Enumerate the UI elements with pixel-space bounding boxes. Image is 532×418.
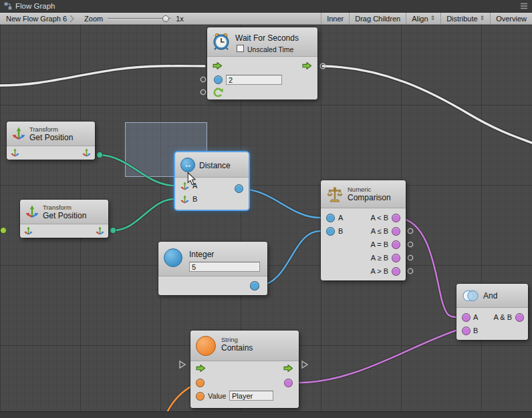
zoom-value: 1x [176,15,184,23]
contains-value-input[interactable] [229,391,273,401]
distance-port-b-label: B [192,196,197,203]
overview-button-label: Overview [496,15,527,23]
and-output-label: A & B [485,314,512,321]
node-integer[interactable]: Integer [158,242,267,295]
comparison-lte-ring[interactable] [408,228,412,233]
position-output-port-icon[interactable] [82,148,91,157]
overview-button[interactable]: Overview [490,13,532,24]
comparison-gt-ring[interactable] [408,268,412,273]
wire-position-b[interactable] [113,199,175,230]
wire-position-a[interactable] [100,155,175,186]
distribute-button[interactable]: Distribute ⇕ [440,13,490,24]
node-numeric-comparison[interactable]: Numeric Comparison A B A < B A ≤ B A = B… [321,180,406,280]
integer-title: Integer [189,250,214,258]
repeat-loop-port-icon[interactable] [213,87,223,98]
wire-flow-out[interactable] [323,66,532,143]
contains-flow-in-triangle[interactable] [180,361,185,368]
vector-b-port-icon[interactable] [180,195,189,204]
graph-canvas[interactable]: Wait For Seconds Unscaled Time Transform… [0,25,532,411]
wait-node-title: Wait For Seconds [235,34,299,42]
node-get-position-b[interactable]: Transform Get Position [20,200,108,238]
node-distance[interactable]: Distance A B [175,152,249,210]
comparison-b-label: B [338,228,343,235]
contains-value-label: Value [208,393,226,400]
string-icon [196,336,216,356]
node-string-contains[interactable]: String Contains Value [190,331,299,408]
position-a-output-dot[interactable] [97,152,103,158]
self-input-port-icon[interactable] [24,226,33,235]
out-less-equal-port[interactable] [392,227,400,236]
comparison-input-a-port[interactable] [326,214,335,222]
seconds-input-port[interactable] [214,75,223,84]
zoom-slider[interactable] [108,14,171,23]
window-bottom-edge [0,411,532,418]
out-greater-equal-label: A ≥ B [354,254,388,262]
contains-input-a-port[interactable] [196,379,205,387]
unscaled-time-checkbox[interactable] [237,45,244,52]
wait-loop-port-ring[interactable] [201,89,205,94]
drag-children-button[interactable]: Drag Children [349,13,406,24]
out-greater-port[interactable] [392,267,400,276]
and-b-label: B [473,327,478,335]
edge-port-dot[interactable] [1,228,7,234]
get-position-b-title: Get Position [43,212,86,220]
integer-output-port[interactable] [250,281,259,290]
wire-less-to-and-a-under [398,218,456,317]
and-input-b-port[interactable] [462,327,471,335]
node-and[interactable]: And A A & B B [456,284,528,340]
toolbar-left-group: New Flow Graph 6 Zoom 1x [0,14,184,23]
breadcrumb[interactable]: New Flow Graph 6 [3,15,70,23]
position-b-output-dot[interactable] [110,228,116,234]
zoom-label: Zoom [84,15,103,23]
out-greater-equal-port[interactable] [392,254,400,262]
wire-contains-to-and-b-under [293,331,456,383]
position-output-port-icon[interactable] [96,226,104,235]
seconds-input[interactable] [226,75,282,85]
contains-category: String [221,337,238,343]
zoom-slider-knob[interactable] [162,15,169,22]
breadcrumb-chevron-icon [70,14,75,23]
get-position-a-category: Transform [29,126,58,133]
wait-seconds-port-ring[interactable] [201,77,205,81]
and-title: And [483,292,497,300]
transform-icon [12,127,25,140]
flow-output-port-icon[interactable] [302,61,312,70]
zoom-slider-track[interactable] [108,18,171,19]
wire-contains-to-and-b[interactable] [293,331,456,383]
distribute-button-label: Distribute [446,15,477,23]
flow-input-port-icon[interactable] [213,61,223,70]
comparison-eq-ring[interactable] [408,242,412,246]
comparison-gte-ring[interactable] [408,255,412,260]
flow-graph-icon [4,2,12,10]
wire-flow-in-under [0,66,205,85]
and-output-port[interactable] [515,313,524,322]
self-input-port-icon[interactable] [11,148,19,157]
contains-flow-out-triangle[interactable] [302,361,307,368]
contains-result-port[interactable] [284,379,293,387]
graph-toolbar: New Flow Graph 6 Zoom 1x Inner Drag Chil… [0,13,532,25]
flow-output-port-icon[interactable] [283,364,293,373]
integer-value-input[interactable] [189,262,260,272]
window-menu-icon[interactable] [520,3,528,9]
integer-icon [164,248,182,267]
out-less-label: A < B [354,214,388,222]
inner-button[interactable]: Inner [321,13,349,24]
get-position-b-category: Transform [43,204,72,211]
flow-input-port-icon[interactable] [196,364,206,373]
distance-output-port[interactable] [235,184,243,193]
unscaled-time-label: Unscaled Time [247,46,293,53]
out-less-port[interactable] [392,214,400,222]
wire-distance-to-a[interactable] [241,189,320,218]
node-wait-for-seconds[interactable]: Wait For Seconds Unscaled Time [207,27,317,99]
comparison-input-b-port[interactable] [326,227,335,236]
align-button[interactable]: Align ⇕ [406,13,440,24]
distribute-dropdown-arrows-icon: ⇕ [480,15,485,21]
wire-less-to-and-a[interactable] [398,218,456,317]
comparison-category: Numeric [348,186,371,193]
out-less-equal-label: A ≤ B [354,228,388,235]
contains-value-port[interactable] [196,392,205,401]
contains-body [190,361,299,408]
out-equal-port[interactable] [392,240,400,249]
and-input-a-port[interactable] [462,313,471,322]
node-get-position-a[interactable]: Transform Get Position [7,122,95,160]
